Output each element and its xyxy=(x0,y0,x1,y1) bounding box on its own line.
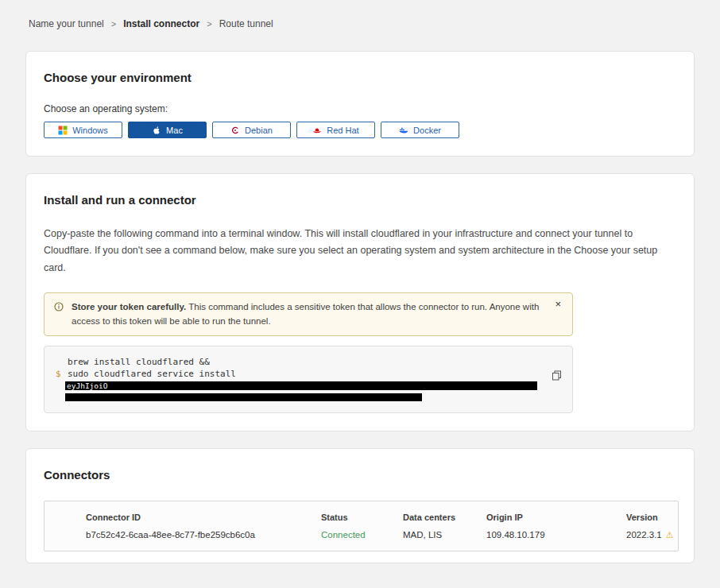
breadcrumb-step-name-tunnel[interactable]: Name your tunnel xyxy=(29,18,104,29)
os-button-debian[interactable]: Debian xyxy=(212,122,291,138)
breadcrumb-separator: > xyxy=(207,19,211,29)
os-select-label: Choose an operating system: xyxy=(44,103,676,114)
cell-data-centers: MAD, LIS xyxy=(403,530,486,540)
footer: Next xyxy=(0,580,720,588)
os-button-label: Docker xyxy=(413,126,441,135)
debian-icon xyxy=(230,126,240,135)
redaction-bar xyxy=(65,393,422,401)
redacted-token-bar: eyJhIjoiO xyxy=(65,381,537,390)
code-line-brew: brew install cloudflared && xyxy=(56,356,537,368)
header-version: Version xyxy=(626,513,678,522)
shell-prompt: $ xyxy=(56,368,61,380)
table-header-row: Connector ID Status Data centers Origin … xyxy=(45,513,678,522)
os-button-group: Windows Mac Debian xyxy=(44,122,676,138)
os-button-label: Red Hat xyxy=(327,126,358,135)
windows-icon xyxy=(58,126,68,135)
redhat-icon xyxy=(312,126,322,135)
install-connector-card: Install and run a connector Copy-paste t… xyxy=(25,173,695,431)
breadcrumb-step-install-connector[interactable]: Install connector xyxy=(123,18,199,29)
token-warning-banner: Store your token carefully. This command… xyxy=(44,292,573,336)
token-line-redacted-2 xyxy=(53,393,537,403)
header-connector-id: Connector ID xyxy=(86,513,321,522)
connectors-card: Connectors Connector ID Status Data cent… xyxy=(25,448,695,563)
cell-origin-ip: 109.48.10.179 xyxy=(486,530,626,540)
breadcrumb-step-route-tunnel[interactable]: Route tunnel xyxy=(219,18,273,29)
connectors-card-title: Connectors xyxy=(44,468,676,482)
os-button-redhat[interactable]: Red Hat xyxy=(296,122,375,138)
install-card-title: Install and run a connector xyxy=(44,193,676,207)
os-button-docker[interactable]: Docker xyxy=(381,122,459,138)
table-row: b7c52c42-6caa-48ee-8c77-fbe259cb6c0a Con… xyxy=(45,530,678,540)
os-button-label: Windows xyxy=(72,126,108,135)
header-status: Status xyxy=(321,513,403,522)
install-command-block: brew install cloudflared && $sudo cloudf… xyxy=(44,346,573,413)
os-button-windows[interactable]: Windows xyxy=(44,122,122,138)
apple-icon xyxy=(152,126,161,135)
warning-title: Store your token carefully. xyxy=(72,302,186,311)
install-description: Copy-paste the following command into a … xyxy=(44,226,675,277)
header-origin-ip: Origin IP xyxy=(486,513,626,522)
status-badge: Connected xyxy=(321,530,403,540)
warning-triangle-icon: ⚠ xyxy=(666,531,674,540)
docker-icon xyxy=(399,126,408,135)
cell-connector-id: b7c52c42-6caa-48ee-8c77-fbe259cb6c0a xyxy=(86,530,321,540)
os-button-mac[interactable]: Mac xyxy=(128,122,207,138)
token-line-redacted: eyJhIjoiO xyxy=(53,381,537,392)
environment-card: Choose your environment Choose an operat… xyxy=(25,51,695,157)
info-circle-icon xyxy=(54,301,64,316)
cell-version: 2022.3.1 ⚠ xyxy=(626,530,678,540)
breadcrumb-separator: > xyxy=(111,19,116,29)
os-button-label: Mac xyxy=(166,126,183,135)
connectors-table: Connector ID Status Data centers Origin … xyxy=(44,501,679,551)
os-button-label: Debian xyxy=(245,126,273,135)
code-line-service-install: $sudo cloudflared service install xyxy=(56,368,537,380)
breadcrumb: Name your tunnel > Install connector > R… xyxy=(0,0,720,29)
environment-card-title: Choose your environment xyxy=(44,71,676,84)
header-data-centers: Data centers xyxy=(403,513,486,522)
close-icon[interactable]: × xyxy=(550,298,566,310)
copy-icon[interactable] xyxy=(552,370,562,383)
